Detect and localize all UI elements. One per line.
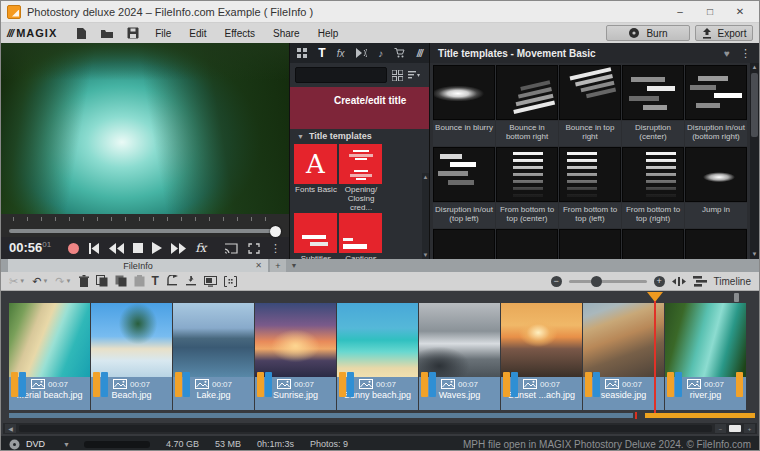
selection-frame-icon[interactable] xyxy=(224,276,237,287)
category-subtitles-basic[interactable]: Subtitles Basic xyxy=(294,213,338,259)
menu-file[interactable]: File xyxy=(151,26,175,41)
clip-thumbnail-waves[interactable] xyxy=(419,303,500,377)
hscroll-track[interactable] xyxy=(19,425,712,432)
template-item-partial[interactable] xyxy=(433,229,496,259)
transition-handle-orange[interactable] xyxy=(503,372,510,397)
timeline-clip[interactable]: 00:07 Lake.jpg xyxy=(173,303,254,410)
template-preview[interactable] xyxy=(622,147,684,202)
fullscreen-icon[interactable] xyxy=(248,243,260,254)
cut-icon[interactable]: ✂▼ xyxy=(9,275,25,288)
transition-handle-orange[interactable] xyxy=(257,372,264,397)
template-preview[interactable] xyxy=(559,229,621,259)
zoom-out-button[interactable]: − xyxy=(551,276,562,287)
monitor-icon[interactable] xyxy=(204,276,217,287)
timeline-clip[interactable]: 00:07 seaside.jpg xyxy=(583,303,664,410)
timeline-clip[interactable]: 00:07 river.jpg xyxy=(665,303,746,410)
stop-button[interactable] xyxy=(133,243,143,253)
transition-handle-blue[interactable] xyxy=(511,372,518,397)
category-captions-basic[interactable]: Captions Basic xyxy=(339,213,383,259)
rotate-icon[interactable] xyxy=(166,275,178,287)
transition-handle-blue[interactable] xyxy=(429,372,436,397)
duplicate-icon[interactable] xyxy=(115,275,127,287)
template-preview[interactable] xyxy=(685,65,747,120)
template-item[interactable]: From bottom to top (center) xyxy=(496,147,559,229)
clip-thumbnail-sunny-beach[interactable] xyxy=(337,303,418,377)
category-thumbnail[interactable] xyxy=(294,213,337,253)
clip-thumbnail-beach[interactable] xyxy=(91,303,172,377)
text-tool-icon[interactable]: T xyxy=(152,274,159,288)
fast-forward-button[interactable] xyxy=(171,243,186,254)
burn-button[interactable]: Burn xyxy=(606,25,690,41)
preview-menu-icon[interactable]: ⋮ xyxy=(270,242,281,255)
transition-handle-blue[interactable] xyxy=(19,372,26,397)
template-item[interactable]: Bounce in bottom right xyxy=(496,65,559,147)
scroll-down-icon[interactable]: ▼ xyxy=(752,250,758,259)
category-opening-closing[interactable]: Opening/ Closing cred... xyxy=(339,144,383,213)
timeline-zoom-in-icon[interactable]: + xyxy=(744,424,755,433)
template-preview[interactable] xyxy=(559,65,621,120)
timeline-mode-label[interactable]: Timeline xyxy=(714,276,751,287)
clip-thumbnail-lake[interactable] xyxy=(173,303,254,377)
export-frame-icon[interactable] xyxy=(185,275,197,287)
export-button[interactable]: Export xyxy=(695,25,753,41)
scrollbar-thumb[interactable] xyxy=(751,73,758,137)
template-item[interactable]: Disruption in/out (top left) xyxy=(433,147,496,229)
scroll-down-icon[interactable]: ▼ xyxy=(423,251,429,259)
track-view-icon[interactable] xyxy=(693,276,707,287)
template-item[interactable]: From bottom to top (right) xyxy=(622,147,685,229)
title-templates-section-header[interactable]: ▼ Title templates xyxy=(290,129,429,143)
transition-handle-blue[interactable] xyxy=(183,372,190,397)
zoom-in-button[interactable]: + xyxy=(654,276,665,287)
copy-icon[interactable] xyxy=(96,275,108,287)
clip-thumbnail-aerial-beach[interactable] xyxy=(9,303,90,377)
open-project-icon[interactable] xyxy=(99,26,115,40)
scroll-up-icon[interactable]: ▲ xyxy=(752,63,758,72)
timeline-clip[interactable]: 00:07 ...erial beach.jpg xyxy=(9,303,90,410)
template-preview[interactable] xyxy=(559,147,621,202)
transition-handle-orange[interactable] xyxy=(585,372,592,397)
clip-thumbnail-sunrise[interactable] xyxy=(255,303,336,377)
clip-thumbnail-river[interactable] xyxy=(665,303,746,377)
project-tab[interactable]: FileInfo ✕ xyxy=(8,259,268,272)
menu-help[interactable]: Help xyxy=(314,26,343,41)
menu-edit[interactable]: Edit xyxy=(185,26,210,41)
effects-tab-icon[interactable]: fx xyxy=(337,48,345,59)
minimize-button[interactable]: – xyxy=(665,6,695,17)
mid-panel-scrollbar[interactable]: ▲ ▼ xyxy=(422,173,429,259)
zoom-slider[interactable] xyxy=(569,280,647,283)
templates-scrollbar[interactable]: ▲ ▼ xyxy=(750,63,759,259)
template-preview[interactable] xyxy=(622,229,684,259)
transition-handle-blue[interactable] xyxy=(101,372,108,397)
timeline-clip[interactable]: 00:07 Beach.jpg xyxy=(91,303,172,410)
optimize-view-icon[interactable] xyxy=(672,276,686,287)
scroll-left-icon[interactable]: ◀ xyxy=(5,424,16,433)
transition-handle-orange[interactable] xyxy=(11,372,18,397)
template-item[interactable]: Bounce in blurry xyxy=(433,65,496,147)
transition-handle-blue[interactable] xyxy=(265,372,272,397)
template-preview[interactable] xyxy=(496,65,558,120)
timeline-clip[interactable]: 00:07 Waves.jpg xyxy=(419,303,500,410)
timeline-clip[interactable]: 00:07 Sunny beach.jpg xyxy=(337,303,418,410)
close-button[interactable]: ✕ xyxy=(725,6,755,17)
cast-icon[interactable] xyxy=(224,243,238,254)
template-item-partial[interactable] xyxy=(559,229,622,259)
disc-type-dropdown-icon[interactable]: ▼ xyxy=(63,441,70,448)
menu-share[interactable]: Share xyxy=(269,26,304,41)
template-preview[interactable] xyxy=(685,147,747,202)
scroll-up-icon[interactable]: ▲ xyxy=(423,173,429,181)
category-thumbnail[interactable]: A xyxy=(294,144,337,184)
zoom-slider-knob[interactable] xyxy=(591,276,602,287)
seek-knob[interactable] xyxy=(270,226,281,237)
skip-to-start-button[interactable] xyxy=(88,243,100,254)
magix-tab-icon[interactable]: /// xyxy=(417,48,422,59)
transition-handle-orange[interactable] xyxy=(421,372,428,397)
hscroll-thumb[interactable] xyxy=(729,425,741,432)
timeline-clip[interactable]: 00:07 Sunrise.jpg xyxy=(255,303,336,410)
template-item[interactable]: Disruption (center) xyxy=(622,65,685,147)
clip-thumbnail-seaside[interactable] xyxy=(583,303,664,377)
transition-handle-orange[interactable] xyxy=(339,372,346,397)
fades-tab-icon[interactable] xyxy=(356,48,367,58)
templates-grid-icon[interactable] xyxy=(297,48,307,58)
transition-handle-orange[interactable] xyxy=(175,372,182,397)
delete-icon[interactable] xyxy=(79,275,89,287)
